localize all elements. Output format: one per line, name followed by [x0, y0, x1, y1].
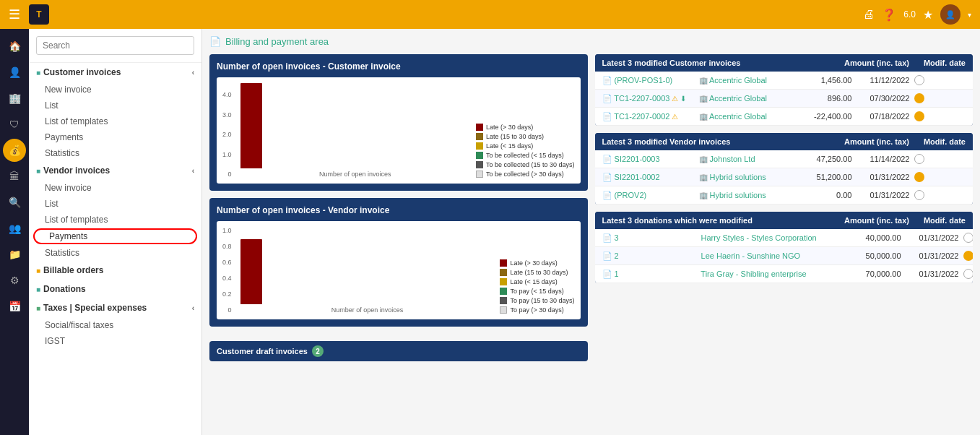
sidebar-item-customer-payments[interactable]: Payments	[29, 129, 201, 145]
vendor-invoices-icon: ■	[36, 167, 40, 175]
chart-customer-invoices: Number of open invoices - Customer invoi…	[209, 54, 588, 191]
sidebar-section-donations[interactable]: ■Donations	[29, 280, 201, 298]
billable-orders-icon: ■	[36, 267, 40, 275]
sidebar-item-social-fiscal-taxes[interactable]: Social/fiscal taxes	[29, 317, 201, 333]
row-amount-3: -22,400.00	[794, 112, 852, 121]
sidebar-item-customer-list[interactable]: List	[29, 98, 201, 113]
chart1-title: Number of open invoices - Customer invoi…	[217, 61, 581, 72]
donations-panel-header: Latest 3 donations which were modified A…	[595, 212, 974, 229]
vendor-invoices-panel-title: Latest 3 modified Vendor invoices	[602, 137, 731, 146]
sidebar-section-vendor-invoices[interactable]: ■Vendor invoices ‹	[29, 161, 201, 180]
customer-row-1[interactable]: 📄 (PROV-POS1-0) 🏢 Accentric Global 1,456…	[595, 72, 974, 90]
sidebar-item-vendor-list[interactable]: List	[29, 196, 201, 212]
vendor-row-3[interactable]: 📄 (PROV2) 🏢 Hybrid solutions 0.00 01/31/…	[595, 186, 974, 204]
donation-row-3[interactable]: 📄 1 Tira Gray - Shibling enterprise 70,0…	[595, 265, 974, 283]
avatar-dropdown[interactable]: ▾	[968, 11, 971, 19]
topbar: ☰ T 🖨 ❓ 6.0 ★ 👤 ▾	[0, 0, 980, 29]
company-icon-1: 🏢	[699, 77, 708, 85]
version-label: 6.0	[903, 9, 916, 20]
customer-invoices-panel-header: Latest 3 modified Customer invoices Amou…	[595, 54, 974, 72]
icon-bar-home[interactable]: 🏠	[3, 35, 26, 58]
menu-icon[interactable]: ☰	[9, 7, 20, 22]
download-icon-2: ⬇	[680, 95, 686, 103]
vendor-row-amount-1: 47,250.00	[794, 155, 852, 163]
vendor-row-2[interactable]: 📄 SI2201-0002 🏢 Hybrid solutions 51,200.…	[595, 168, 974, 186]
icon-bar-calendar[interactable]: 📅	[3, 295, 26, 318]
content-area: 📄 Billing and payment area Number of ope…	[202, 29, 980, 435]
vendor-doc-icon-2: 📄	[602, 173, 612, 182]
vendor-row-1[interactable]: 📄 SI2201-0003 🏢 Johnston Ltd 47,250.00 1…	[595, 150, 974, 168]
doc-icon-1: 📄	[602, 76, 612, 85]
sidebar-item-vendor-payments[interactable]: Payments	[33, 228, 197, 244]
vendor-row-id-2: SI2201-0002	[612, 173, 699, 181]
user-avatar[interactable]: 👤	[940, 4, 961, 25]
chart1-bars	[240, 83, 262, 168]
vendor-invoices-panel: Latest 3 modified Vendor invoices Amount…	[595, 133, 974, 204]
chart2-title: Number of open invoices - Vendor invoice	[217, 205, 581, 215]
vendor-row-date-2: 01/31/2022	[852, 173, 910, 181]
row-company-3: Accentric Global	[708, 112, 794, 121]
sidebar-item-vendor-new-invoice[interactable]: New invoice	[29, 180, 201, 196]
sidebar-section-billable-orders[interactable]: ■Billable orders	[29, 261, 201, 280]
vendor-row-id-1: SI2201-0003	[612, 155, 699, 163]
icon-bar-search[interactable]: 🔍	[3, 191, 26, 214]
row-date-1: 11/12/2022	[852, 76, 910, 85]
icon-bar-folder[interactable]: 📁	[3, 243, 26, 266]
doc-icon-3: 📄	[602, 112, 612, 121]
doc-icon-2: 📄	[602, 94, 612, 103]
sidebar-item-igst[interactable]: IGST	[29, 333, 201, 349]
row-status-1	[914, 75, 924, 85]
sidebar-item-vendor-list-templates[interactable]: List of templates	[29, 212, 201, 228]
vendor-row-amount-3: 0.00	[794, 191, 852, 199]
sidebar-item-vendor-statistics[interactable]: Statistics	[29, 245, 201, 261]
sidebar-item-customer-new-invoice[interactable]: New invoice	[29, 82, 201, 98]
search-container	[29, 29, 201, 63]
donation-row-amount-2: 50,000.00	[844, 251, 901, 260]
sidebar-section-taxes[interactable]: ■Taxes | Special expenses ‹	[29, 298, 201, 317]
vendor-company-icon-1: 🏢	[699, 155, 708, 163]
donation-row-amount-3: 70,000.00	[844, 270, 901, 278]
collapse-customer-invoices-icon: ‹	[192, 69, 194, 77]
icon-bar-settings[interactable]: ⚙	[3, 269, 26, 292]
sidebar-item-customer-list-templates[interactable]: List of templates	[29, 113, 201, 129]
sidebar-section-customer-invoices[interactable]: ■Customer invoices ‹	[29, 63, 201, 82]
donation-row-date-3: 01/31/2022	[901, 270, 959, 278]
icon-bar-bank[interactable]: 🏛	[3, 165, 26, 188]
donations-icon: ■	[36, 285, 40, 293]
customer-invoices-col-date: Modif. date	[924, 59, 966, 67]
vendor-row-date-3: 01/31/2022	[852, 191, 910, 199]
app-logo: T	[29, 4, 49, 25]
vendor-row-company-1: Johnston Ltd	[708, 155, 794, 163]
help-icon[interactable]: ❓	[882, 8, 896, 22]
vendor-company-icon-3: 🏢	[699, 191, 708, 199]
customer-row-3[interactable]: 📄 TC1-2207-0002 ⚠ 🏢 Accentric Global -22…	[595, 108, 974, 126]
print-icon[interactable]: 🖨	[863, 8, 875, 21]
donation-row-1[interactable]: 📄 3 Harry Styles - Styles Corporation 40…	[595, 229, 974, 247]
icon-bar-company[interactable]: 🏢	[3, 87, 26, 110]
icon-bar-shield[interactable]: 🛡	[3, 113, 26, 136]
chart1-legend: Late (> 30 days) Late (15 to 30 days) La…	[476, 124, 575, 178]
icon-bar-people[interactable]: 👥	[3, 217, 26, 240]
draft-invoices-header: Customer draft invoices 2	[209, 341, 588, 361]
donation-row-company-1: Harry Styles - Styles Corporation	[699, 233, 844, 242]
vendor-company-icon-2: 🏢	[699, 173, 708, 181]
vendor-invoices-col-amount: Amount (inc. tax)	[844, 137, 909, 146]
donation-row-2[interactable]: 📄 2 Lee Haerin - Sunshine NGO 50,000.00 …	[595, 247, 974, 265]
row-company-1: Accentric Global	[708, 76, 794, 85]
sidebar-item-customer-statistics[interactable]: Statistics	[29, 145, 201, 161]
row-company-2: Accentric Global	[708, 94, 794, 103]
warning-icon-3: ⚠	[672, 113, 678, 121]
customer-row-2[interactable]: 📄 TC1-2207-0003 ⚠ ⬇ 🏢 Accentric Global 8…	[595, 90, 974, 108]
draft-invoices-card: Customer draft invoices 2	[209, 341, 588, 361]
icon-bar-money[interactable]: 💰	[3, 139, 26, 162]
chart1-bar1	[240, 83, 262, 168]
warning-icon-2: ⚠	[672, 95, 678, 103]
row-status-3	[914, 111, 924, 121]
donation-row-id-1: 3	[612, 233, 699, 242]
vendor-invoices-col-date: Modif. date	[924, 137, 966, 146]
search-input[interactable]	[36, 36, 194, 55]
donation-row-company-2: Lee Haerin - Sunshine NGO	[699, 251, 844, 260]
icon-bar-user[interactable]: 👤	[3, 61, 26, 84]
star-icon[interactable]: ★	[923, 8, 933, 22]
chart2-bar1	[240, 239, 262, 304]
